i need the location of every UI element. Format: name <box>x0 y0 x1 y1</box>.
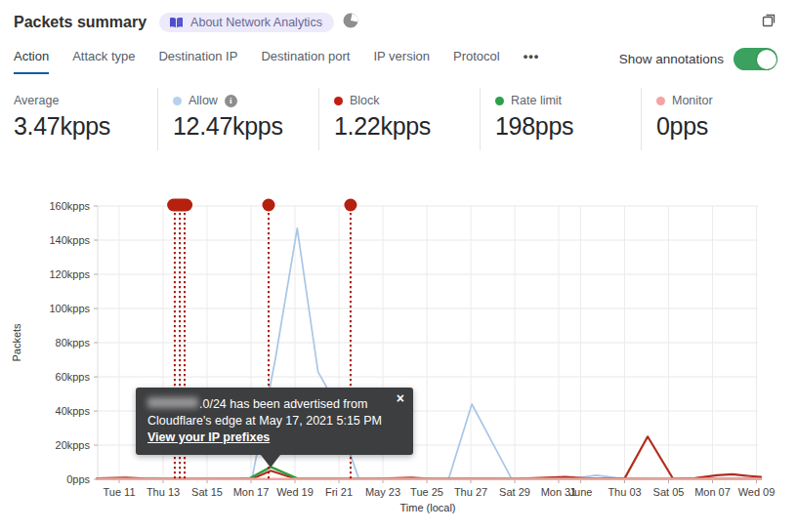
x-tick-label: Fri 21 <box>325 486 353 498</box>
y-tick-label: 160kpps <box>49 200 90 212</box>
y-tick-label: 40kpps <box>56 405 91 417</box>
x-tick-label: Mon 07 <box>694 486 731 498</box>
y-tick-label: 140kpps <box>49 234 90 246</box>
tab-attack-type[interactable]: Attack type <box>72 49 135 74</box>
stat-label: Block <box>350 94 380 107</box>
x-tick-label: Mon 17 <box>233 486 270 498</box>
copy-panel-icon[interactable] <box>761 12 777 32</box>
y-tick-label: 120kpps <box>49 268 90 280</box>
stat-allow: Allow i 12.47kpps <box>157 88 318 150</box>
y-tick-label: 80kpps <box>56 337 91 348</box>
x-tick-label: Thu 27 <box>454 486 487 498</box>
annotation-dot-marker[interactable] <box>263 199 275 212</box>
page-title: Packets summary <box>14 14 147 31</box>
stat-value: 1.22kpps <box>334 112 480 141</box>
view-ip-prefixes-link[interactable]: View your IP prefixes <box>147 430 270 444</box>
series-rate-limit <box>98 467 762 478</box>
tab-bar: Action Attack type Destination IP Destin… <box>0 48 797 74</box>
rate-limit-dot <box>495 97 504 105</box>
about-network-analytics-badge[interactable]: About Network Analytics <box>159 13 334 32</box>
stat-label: Rate limit <box>511 94 562 107</box>
x-axis-title: Time (local) <box>399 502 455 513</box>
stat-label: Allow <box>189 94 218 107</box>
stat-rate-limit: Rate limit 198pps <box>480 88 641 150</box>
show-annotations-label: Show annotations <box>619 52 724 66</box>
x-tick-label: Wed 19 <box>276 486 314 498</box>
packets-summary-panel: Packets summary About Network Analytics … <box>0 0 797 532</box>
stat-monitor: Monitor 0pps <box>641 88 713 150</box>
stats-row: Average 3.47kpps Allow i 12.47kpps Block… <box>0 88 797 150</box>
x-tick-label: Sat 05 <box>653 486 685 498</box>
header: Packets summary About Network Analytics <box>0 0 797 32</box>
annotation-tooltip: × .0/24 has been advertised from Cloudfl… <box>136 388 413 455</box>
chart-canvas: 0pps20kpps40kpps60kpps80kpps100kpps120kp… <box>0 185 797 532</box>
packets-chart: 0pps20kpps40kpps60kpps80kpps100kpps120kp… <box>0 185 797 532</box>
tooltip-arrow <box>261 455 280 468</box>
pie-status-icon <box>343 13 358 32</box>
stat-label: Monitor <box>672 94 713 107</box>
y-tick-label: 60kpps <box>56 371 91 383</box>
stat-average: Average 3.47kpps <box>0 88 157 150</box>
badge-label: About Network Analytics <box>190 16 322 29</box>
stat-value: 12.47kpps <box>173 112 318 141</box>
x-tick-label: Sat 29 <box>499 486 530 498</box>
x-tick-label: June <box>569 486 593 498</box>
annotation-pill-marker[interactable] <box>167 199 192 212</box>
stat-label: Average <box>14 94 59 107</box>
close-icon[interactable]: × <box>397 391 404 405</box>
y-axis-title: Packets <box>11 323 22 362</box>
stat-block: Block 1.22kpps <box>318 88 480 150</box>
x-tick-label: Wed 09 <box>738 486 776 498</box>
allow-dot <box>173 97 182 105</box>
info-icon[interactable]: i <box>225 95 237 107</box>
x-tick-label: Tue 25 <box>410 486 443 498</box>
stat-value: 198pps <box>495 112 641 141</box>
annotation-dot-marker[interactable] <box>344 199 357 212</box>
redacted-ip <box>147 397 198 408</box>
block-dot <box>334 97 343 105</box>
stat-value: 3.47kpps <box>14 112 157 141</box>
x-tick-label: Tue 11 <box>103 486 135 498</box>
book-icon <box>169 17 184 29</box>
y-tick-label: 20kpps <box>56 439 91 451</box>
toggle-knob <box>757 50 776 69</box>
x-tick-label: Thu 03 <box>608 486 641 498</box>
stat-value: 0pps <box>656 112 713 141</box>
x-tick-label: Sat 15 <box>191 486 223 498</box>
x-tick-label: Thu 13 <box>147 486 180 498</box>
tab-destination-port[interactable]: Destination port <box>261 49 350 74</box>
y-tick-label: 100kpps <box>49 303 90 314</box>
show-annotations-toggle[interactable] <box>734 48 777 70</box>
tab-destination-ip[interactable]: Destination IP <box>158 49 237 74</box>
tooltip-line1: .0/24 has been advertised from <box>147 396 388 413</box>
tab-protocol[interactable]: Protocol <box>453 49 500 74</box>
tab-more-ellipsis[interactable]: ••• <box>524 49 540 74</box>
y-tick-label: 0pps <box>66 473 90 485</box>
tab-ip-version[interactable]: IP version <box>373 49 430 74</box>
tooltip-line2: Cloudflare's edge at May 17, 2021 5:15 P… <box>147 413 388 430</box>
tab-action[interactable]: Action <box>14 49 49 74</box>
monitor-dot <box>656 97 665 105</box>
x-tick-label: May 23 <box>365 486 400 498</box>
